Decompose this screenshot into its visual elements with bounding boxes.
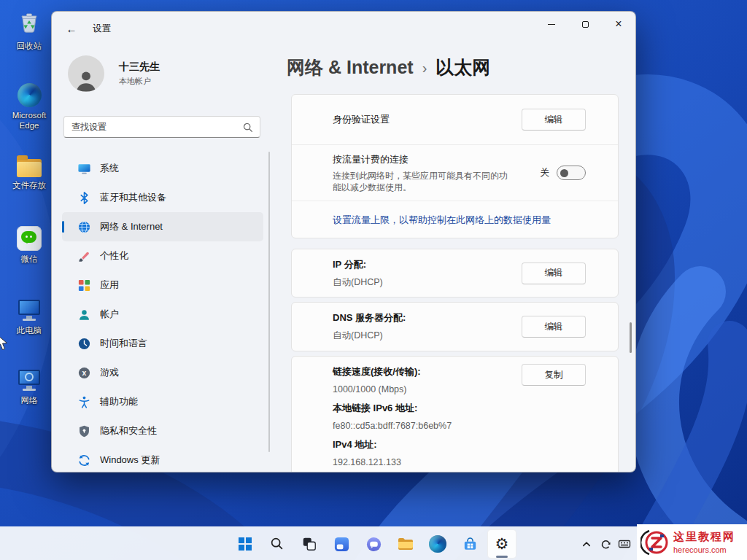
user-profile[interactable]: 十三先生 本地帐户	[68, 55, 160, 92]
network-globe-icon	[77, 219, 91, 234]
content-scrollbar-thumb[interactable]	[630, 322, 632, 353]
task-view-icon	[301, 536, 317, 552]
back-button[interactable]: ←	[59, 18, 84, 39]
settings-search[interactable]	[63, 116, 260, 138]
watermark-site-name: 这里教程网	[673, 530, 735, 544]
auth-settings-row: 身份验证设置 编辑	[292, 95, 618, 144]
edge-icon	[18, 83, 42, 107]
metered-toggle[interactable]: 关	[540, 166, 586, 180]
desktop-icon-folder[interactable]: 文件存放	[6, 155, 53, 190]
sidebar-item-accounts[interactable]: 帐户	[62, 300, 263, 329]
personalization-icon	[77, 249, 91, 263]
settings-nav: 系统 蓝牙和其他设备 网络 & Internet 个性化 应用	[62, 154, 263, 472]
taskbar: ⚙	[0, 526, 747, 560]
breadcrumb-root[interactable]: 网络 & Internet	[287, 55, 414, 79]
sidebar-item-apps[interactable]: 应用	[62, 271, 263, 300]
settings-window: ← 设置 × 十三先生 本地帐户	[51, 11, 636, 472]
desktop-icon-this-pc[interactable]: 此电脑	[6, 298, 53, 335]
dns-assignment-label: DNS 服务器分配:	[333, 311, 406, 324]
sidebar-item-privacy-security[interactable]: 隐私和安全性	[62, 416, 263, 446]
metered-connection-row: 按流量计费的连接 连接到此网络时，某些应用可能具有不同的功能以减少数据使用。 关	[292, 145, 618, 201]
sidebar-item-time-language[interactable]: 时间和语言	[62, 329, 263, 358]
tray-keyboard-button[interactable]	[616, 532, 633, 556]
desktop-icon-wechat[interactable]: 微信	[6, 226, 53, 264]
wechat-icon	[17, 226, 42, 251]
sidebar-item-bluetooth-devices[interactable]: 蓝牙和其他设备	[62, 183, 263, 212]
toggle-knob	[560, 169, 568, 177]
maximize-button[interactable]	[568, 12, 602, 36]
auth-settings-label: 身份验证设置	[333, 113, 390, 126]
dns-assignment-value: 自动(DHCP)	[333, 330, 406, 342]
privacy-shield-icon	[77, 424, 91, 438]
start-button[interactable]	[231, 529, 260, 559]
windows-update-icon	[77, 453, 91, 467]
network-settings-card: 身份验证设置 编辑 按流量计费的连接 连接到此网络时，某些应用可能具有不同的功能…	[291, 94, 619, 238]
window-title: 设置	[93, 23, 111, 35]
auth-edit-button[interactable]: 编辑	[522, 109, 586, 131]
sidebar-item-accessibility[interactable]: 辅助功能	[62, 387, 263, 416]
file-explorer-button[interactable]	[391, 529, 420, 559]
ip-assignment-label: IP 分配:	[333, 258, 383, 271]
gaming-icon: x	[77, 365, 91, 380]
metered-title: 按流量计费的连接	[333, 153, 509, 166]
desktop-icon-label: 此电脑	[17, 325, 42, 335]
system-icon	[77, 161, 91, 176]
desktop: 回收站 Microsoft Edge 文件存放 微信 此电脑 网络 ← 设置 ×	[0, 0, 747, 560]
file-explorer-icon	[397, 535, 414, 553]
task-view-button[interactable]	[295, 529, 324, 559]
store-icon	[462, 536, 479, 553]
ipv6-address-label: 本地链接 IPv6 地址:	[333, 399, 586, 417]
edge-icon	[429, 535, 446, 553]
copy-button[interactable]: 复制	[522, 364, 586, 386]
avatar	[68, 55, 104, 92]
dns-assignment-card: DNS 服务器分配: 自动(DHCP) 编辑	[291, 302, 619, 351]
tray-chevron-button[interactable]	[578, 532, 595, 556]
search-input[interactable]	[64, 122, 242, 132]
svg-text:x: x	[82, 369, 86, 377]
sidebar-item-network-internet[interactable]: 网络 & Internet	[62, 212, 263, 241]
desktop-icon-network[interactable]: 网络	[6, 368, 53, 405]
sidebar-item-personalization[interactable]: 个性化	[62, 241, 263, 271]
sidebar-item-system[interactable]: 系统	[62, 154, 263, 183]
sidebar-item-windows-update[interactable]: Windows 更新	[62, 446, 263, 472]
close-button[interactable]: ×	[602, 12, 635, 36]
desktop-icon-recycle-bin[interactable]: 回收站	[6, 10, 53, 51]
desktop-icon-label: 文件存放	[12, 180, 46, 190]
accessibility-icon	[77, 394, 91, 409]
chat-button[interactable]	[359, 529, 388, 559]
watermark: 这里教程网 herecours.com	[637, 524, 747, 560]
toggle-switch[interactable]	[557, 166, 586, 180]
gear-icon: ⚙	[495, 537, 509, 552]
minimize-button[interactable]	[535, 12, 568, 36]
desktop-icon-label: 回收站	[17, 41, 42, 51]
breadcrumb: 网络 & Internet › 以太网	[287, 55, 490, 79]
tray-sync-button[interactable]	[597, 532, 614, 556]
widgets-button[interactable]	[327, 529, 356, 559]
sidebar-scrollbar[interactable]	[268, 152, 270, 452]
edge-button[interactable]	[423, 529, 452, 559]
desktop-icon-edge[interactable]: Microsoft Edge	[6, 83, 53, 131]
settings-button[interactable]: ⚙	[487, 529, 516, 559]
time-language-icon	[77, 336, 91, 351]
chevron-up-icon	[580, 537, 593, 551]
search-icon	[242, 122, 253, 133]
system-tray	[578, 527, 633, 560]
sidebar: 十三先生 本地帐户 系统 蓝牙和其他设备 网络 &	[52, 45, 282, 472]
sidebar-item-gaming[interactable]: x 游戏	[62, 358, 263, 387]
bluetooth-icon	[77, 190, 91, 205]
ip-edit-button[interactable]: 编辑	[522, 262, 586, 284]
ipv4-address-value: 192.168.121.133	[333, 454, 586, 472]
apps-icon	[77, 278, 91, 292]
main-content: 网络 & Internet › 以太网 身份验证设置 编辑 按流量计费的连接 连…	[282, 45, 635, 472]
page-title: 以太网	[436, 55, 490, 79]
sync-arrow-icon	[599, 537, 613, 551]
data-limit-link[interactable]: 设置流量上限，以帮助控制在此网络上的数据使用量	[333, 214, 551, 227]
watermark-site-url: herecours.com	[673, 545, 735, 554]
dns-edit-button[interactable]: 编辑	[522, 316, 586, 338]
store-button[interactable]	[455, 529, 484, 559]
ipv6-address-value: fe80::cd5a:bdff:7687:b6eb%7	[333, 417, 586, 435]
ip-assignment-value: 自动(DHCP)	[333, 276, 383, 289]
chat-icon	[365, 536, 382, 553]
ip-assignment-card: IP 分配: 自动(DHCP) 编辑	[291, 249, 619, 298]
search-button[interactable]	[263, 529, 292, 559]
